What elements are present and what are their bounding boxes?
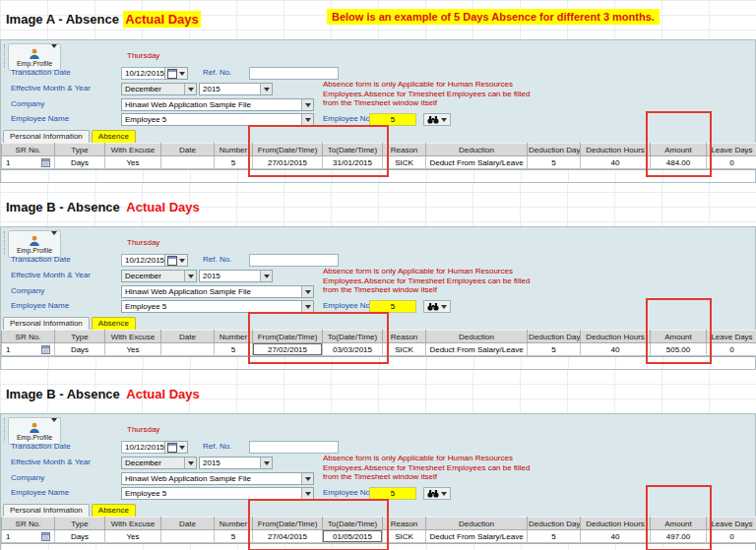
absence-grid-area: Personal Information Absence SR No. Type… (1, 130, 755, 182)
cell-to[interactable]: 03/03/2015 (323, 343, 383, 356)
cell-amount[interactable]: 484.00 (651, 156, 707, 169)
emp-profile-button[interactable]: Emp.Profile (8, 230, 61, 258)
cell-leave-days[interactable]: 0 (707, 343, 756, 356)
company-select[interactable]: Hinawi Web Application Sample File (121, 285, 314, 298)
cell-amount[interactable]: 505.00 (651, 343, 707, 356)
cell-deduction[interactable]: Deduct From Salary/Leave (426, 156, 528, 169)
employee-search-button[interactable] (423, 113, 451, 126)
ref-no-input[interactable] (249, 441, 339, 454)
tab-absence[interactable]: Absence (92, 130, 136, 143)
month-select[interactable]: December (121, 457, 197, 469)
cell-date[interactable] (161, 156, 215, 169)
cell-date[interactable] (161, 343, 215, 356)
emp-profile-label: Emp.Profile (17, 434, 52, 441)
cell-reason[interactable]: SICK (383, 530, 426, 543)
chevron-down-icon (301, 286, 313, 297)
table-header-row: SR No. Type With Excuse Date Number From… (2, 518, 756, 530)
cell-with-excuse[interactable]: Yes (105, 530, 161, 543)
employee-no-field[interactable]: 5 (369, 113, 416, 126)
employee-name-select[interactable]: Employee 5 (121, 113, 314, 126)
emp-profile-button[interactable]: Emp.Profile (8, 43, 61, 71)
col-from: From(Date/Time) (253, 144, 323, 156)
ref-no-input[interactable] (249, 67, 339, 80)
cell-deduction-hours[interactable]: 40 (581, 156, 651, 169)
cell-with-excuse[interactable]: Yes (105, 156, 161, 169)
cell-deduction-hours[interactable]: 40 (581, 530, 651, 543)
calendar-picker-button[interactable] (164, 67, 188, 80)
cell-to[interactable]: 31/01/2015 (323, 156, 383, 169)
tab-personal-information[interactable]: Personal Information (3, 504, 90, 517)
employee-search-button[interactable] (423, 300, 451, 313)
calendar-picker-button[interactable] (164, 441, 188, 454)
binoculars-icon (427, 302, 439, 311)
tab-absence[interactable]: Absence (92, 317, 136, 330)
cell-to[interactable]: 01/05/2015 (323, 530, 383, 543)
tab-personal-information[interactable]: Personal Information (3, 130, 90, 143)
col-deduction-hours: Deduction Hours (581, 331, 651, 343)
employee-no-field[interactable]: 5 (369, 487, 416, 500)
company-select[interactable]: Hinawi Web Application Sample File (121, 98, 314, 111)
cell-amount[interactable]: 497.00 (651, 530, 707, 543)
col-with-excuse: With Excuse (105, 144, 161, 156)
ref-no-label: Ref. No. (203, 68, 231, 77)
transaction-date-field[interactable]: 10/12/2015 (121, 441, 165, 454)
cell-number[interactable]: 5 (215, 156, 253, 169)
cell-reason[interactable]: SICK (383, 343, 426, 356)
calendar-icon (167, 443, 177, 453)
tab-bar: Personal Information Absence (1, 317, 755, 330)
employee-no-field[interactable]: 5 (369, 300, 416, 313)
row-detail-icon[interactable] (41, 532, 50, 541)
cell-sr[interactable]: 1 (2, 156, 55, 169)
company-select[interactable]: Hinawi Web Application Sample File (121, 472, 314, 485)
cell-date[interactable] (161, 530, 215, 543)
cell-number[interactable]: 5 (215, 343, 253, 356)
row-detail-icon[interactable] (41, 345, 50, 354)
chevron-down-icon (184, 458, 196, 468)
cell-type[interactable]: Days (55, 343, 105, 356)
cell-number[interactable]: 5 (215, 530, 253, 543)
tab-absence[interactable]: Absence (92, 504, 136, 517)
cell-deduction-days[interactable]: 5 (528, 156, 581, 169)
year-select[interactable]: 2015 (199, 270, 273, 282)
cell-sr[interactable]: 1 (2, 530, 55, 543)
effective-month-label: Effective Month & Year (11, 84, 91, 92)
cell-deduction[interactable]: Deduct From Salary/Leave (426, 530, 528, 543)
col-with-excuse: With Excuse (105, 518, 161, 530)
year-select[interactable]: 2015 (199, 83, 273, 95)
toolbar-grip (4, 44, 5, 68)
cell-deduction-days[interactable]: 5 (528, 343, 581, 356)
year-value: 2015 (203, 85, 220, 93)
ref-no-input[interactable] (249, 254, 339, 267)
cell-sr[interactable]: 1 (2, 343, 55, 356)
cell-type[interactable]: Days (55, 156, 105, 169)
cell-leave-days[interactable]: 0 (707, 530, 756, 543)
employee-name-select[interactable]: Employee 5 (121, 300, 314, 313)
row-detail-icon[interactable] (41, 158, 50, 167)
calendar-picker-button[interactable] (164, 254, 188, 267)
cell-with-excuse[interactable]: Yes (105, 343, 161, 356)
month-select[interactable]: December (121, 83, 197, 95)
transaction-date-field[interactable]: 10/12/2015 (121, 254, 165, 267)
absence-example-section: Image B - Absence Actual Days Below is a… (0, 385, 756, 550)
header-note: Below is an example of 5 Days Absence fo… (327, 9, 660, 25)
employee-name-select[interactable]: Employee 5 (121, 487, 314, 500)
cell-reason[interactable]: SICK (383, 156, 426, 169)
cell-type[interactable]: Days (55, 530, 105, 543)
emp-profile-button[interactable]: Emp.Profile (8, 417, 61, 445)
empty-grid-space (1, 543, 755, 550)
cell-from[interactable]: 27/02/2015 (253, 343, 323, 356)
transaction-date-label: Transaction Date (11, 68, 71, 77)
year-select[interactable]: 2015 (199, 457, 273, 469)
cell-from[interactable]: 27/01/2015 (253, 156, 323, 169)
month-select[interactable]: December (121, 270, 197, 282)
cell-deduction-hours[interactable]: 40 (581, 343, 651, 356)
employee-search-button[interactable] (423, 487, 451, 500)
cell-deduction-days[interactable]: 5 (528, 530, 581, 543)
tab-bar: Personal Information Absence (1, 504, 755, 517)
tab-personal-information[interactable]: Personal Information (3, 317, 90, 330)
cell-leave-days[interactable]: 0 (707, 156, 756, 169)
col-date: Date (161, 144, 215, 156)
cell-from[interactable]: 27/04/2015 (253, 530, 323, 543)
transaction-date-field[interactable]: 10/12/2015 (121, 67, 165, 80)
cell-deduction[interactable]: Deduct From Salary/Leave (426, 343, 528, 356)
